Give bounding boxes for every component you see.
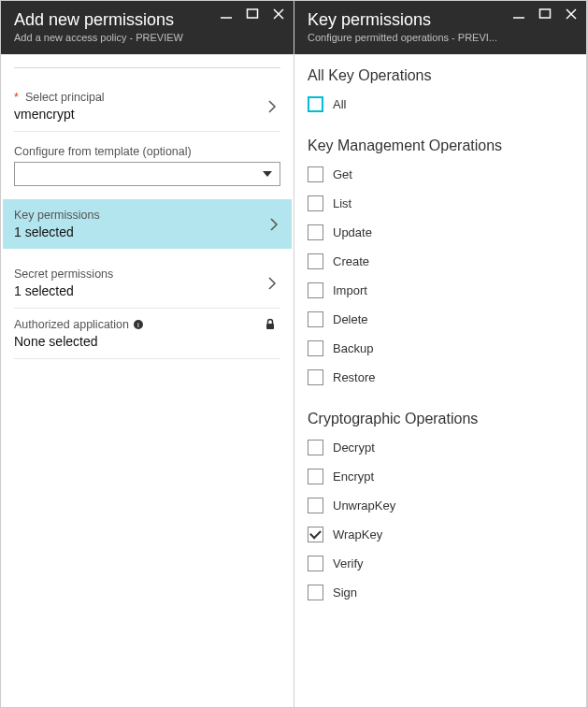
- maximize-icon[interactable]: [245, 7, 260, 22]
- checkbox-create[interactable]: [308, 253, 323, 269]
- checkbox-row-wrapkey[interactable]: WrapKey: [308, 522, 573, 551]
- secret-permissions-value: 1 selected: [14, 283, 280, 298]
- window-controls-right: [511, 7, 579, 22]
- checkbox-row-import[interactable]: Import: [308, 278, 573, 307]
- checkbox-row-backup[interactable]: Backup: [308, 336, 573, 365]
- checkbox-sign[interactable]: [308, 585, 323, 600]
- svg-text:i: i: [137, 321, 139, 329]
- minimize-icon[interactable]: [219, 7, 234, 22]
- checkbox-row-verify[interactable]: Verify: [308, 551, 573, 580]
- checkbox-import[interactable]: [308, 282, 323, 298]
- panel-header-right: Key permissions Configure permitted oper…: [294, 1, 586, 54]
- checkbox-label: UnwrapKey: [333, 498, 395, 513]
- checkbox-row-sign[interactable]: Sign: [308, 580, 573, 609]
- authorized-application-label: Authorized application i: [14, 318, 280, 331]
- authorized-application-value: None selected: [14, 334, 280, 349]
- checkbox-row-list[interactable]: List: [308, 191, 573, 220]
- panel-subtitle-left: Add a new access policy - PREVIEW: [14, 32, 220, 43]
- panel-body-right: All Key Operations All Key Management Op…: [294, 54, 586, 707]
- checkbox-unwrapkey[interactable]: [308, 498, 323, 513]
- checkbox-label: Encrypt: [333, 470, 374, 484]
- secret-permissions-row[interactable]: Secret permissions 1 selected: [14, 258, 280, 309]
- key-permissions-panel: Key permissions Configure permitted oper…: [294, 1, 587, 707]
- authorized-application-row: Authorized application i None selected: [14, 309, 280, 359]
- checkbox-decrypt[interactable]: [308, 440, 323, 455]
- close-icon[interactable]: [271, 7, 286, 22]
- checkbox-list[interactable]: [308, 195, 323, 211]
- checkbox-label: Sign: [333, 585, 357, 600]
- key-permissions-value: 1 selected: [14, 224, 280, 239]
- checkbox-row-all[interactable]: All: [308, 92, 573, 121]
- checkbox-row-restore[interactable]: Restore: [308, 365, 573, 394]
- checkbox-row-create[interactable]: Create: [308, 249, 573, 278]
- lock-icon: [264, 318, 277, 331]
- checkbox-row-update[interactable]: Update: [308, 220, 573, 249]
- minimize-icon[interactable]: [511, 7, 526, 22]
- checkbox-wrapkey[interactable]: [308, 527, 323, 542]
- checkbox-group-crypto: DecryptEncryptUnwrapKeyWrapKeyVerifySign: [308, 435, 573, 609]
- checkbox-update[interactable]: [308, 224, 323, 240]
- checkbox-encrypt[interactable]: [308, 469, 323, 484]
- checkbox-label: Decrypt: [333, 441, 375, 455]
- chevron-right-icon: [267, 99, 277, 114]
- select-principal-value: vmencrypt: [14, 107, 280, 122]
- template-label: Configure from template (optional): [14, 145, 280, 158]
- checkbox-row-encrypt[interactable]: Encrypt: [308, 464, 573, 493]
- checkbox-label: WrapKey: [333, 527, 382, 542]
- select-principal-label: *Select principal: [14, 91, 280, 104]
- checkbox-label: Create: [333, 254, 369, 268]
- checkbox-row-delete[interactable]: Delete: [308, 307, 573, 336]
- checkbox-backup[interactable]: [308, 340, 323, 356]
- select-principal-row[interactable]: *Select principal vmencrypt: [14, 81, 280, 132]
- svg-rect-6: [266, 324, 274, 329]
- window-controls-left: [219, 7, 286, 22]
- checkbox-label: List: [333, 196, 351, 210]
- info-icon[interactable]: i: [133, 319, 144, 330]
- chevron-right-icon: [267, 276, 277, 291]
- key-permissions-row[interactable]: Key permissions 1 selected: [3, 199, 292, 249]
- add-permissions-panel: Add new permissions Add a new access pol…: [1, 1, 294, 707]
- panel-header-left: Add new permissions Add a new access pol…: [1, 1, 294, 54]
- checkbox-label: All: [333, 97, 346, 111]
- checkbox-delete[interactable]: [308, 311, 323, 327]
- divider: [14, 67, 280, 68]
- svg-rect-8: [540, 9, 551, 18]
- checkbox-row-get[interactable]: Get: [308, 162, 573, 191]
- chevron-right-icon: [269, 217, 279, 232]
- checkbox-all[interactable]: [308, 96, 323, 112]
- checkbox-label: Update: [333, 225, 372, 239]
- checkbox-restore[interactable]: [308, 369, 323, 385]
- checkbox-verify[interactable]: [308, 556, 323, 571]
- key-permissions-label: Key permissions: [14, 209, 280, 222]
- maximize-icon[interactable]: [538, 7, 552, 22]
- group-title-crypto: Cryptographic Operations: [308, 411, 573, 427]
- checkbox-get[interactable]: [308, 166, 323, 182]
- panel-subtitle-right: Configure permitted operations - PREVI..…: [308, 32, 513, 43]
- close-icon[interactable]: [564, 7, 579, 22]
- checkbox-group-all: All: [308, 92, 573, 121]
- template-select[interactable]: [14, 162, 280, 186]
- checkbox-label: Restore: [333, 370, 376, 384]
- checkbox-label: Import: [333, 283, 367, 297]
- panel-body-left: *Select principal vmencrypt Configure fr…: [1, 54, 294, 707]
- checkbox-group-mgmt: GetListUpdateCreateImportDeleteBackupRes…: [308, 162, 573, 394]
- checkbox-label: Backup: [333, 341, 373, 355]
- svg-rect-1: [248, 9, 258, 18]
- checkbox-row-unwrapkey[interactable]: UnwrapKey: [308, 493, 573, 522]
- required-star-icon: *: [14, 91, 19, 104]
- checkbox-label: Verify: [333, 556, 364, 571]
- checkbox-row-decrypt[interactable]: Decrypt: [308, 435, 573, 464]
- group-title-mgmt: Key Management Operations: [308, 137, 573, 154]
- checkbox-label: Get: [333, 167, 352, 181]
- group-title-all: All Key Operations: [308, 67, 573, 84]
- secret-permissions-label: Secret permissions: [14, 267, 280, 281]
- checkbox-label: Delete: [333, 312, 368, 326]
